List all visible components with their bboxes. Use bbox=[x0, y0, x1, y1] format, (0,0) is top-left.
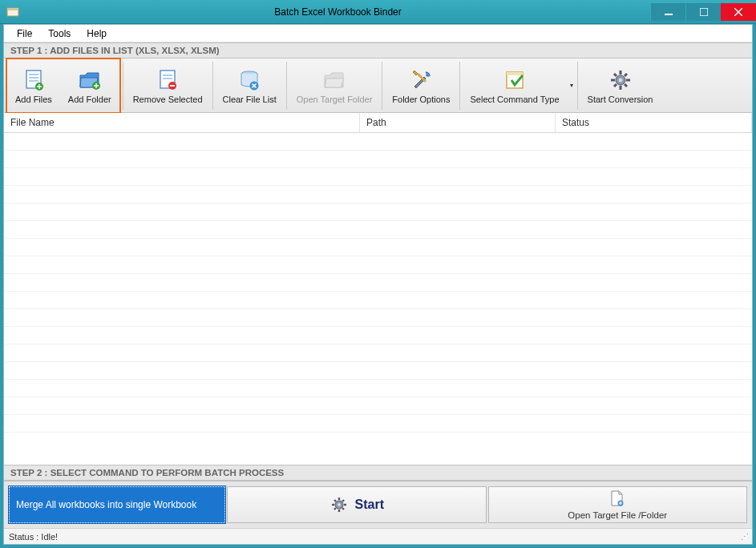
file-add-icon bbox=[21, 67, 46, 93]
title-bar: Batch Excel Workbook Binder bbox=[0, 0, 756, 24]
column-headers: File Name Path Status bbox=[4, 113, 752, 133]
start-conversion-button[interactable]: Start Conversion bbox=[580, 59, 661, 112]
gear-icon bbox=[608, 67, 633, 93]
menu-help[interactable]: Help bbox=[79, 26, 115, 41]
table-row bbox=[4, 221, 752, 239]
app-icon bbox=[6, 6, 19, 18]
table-row bbox=[4, 380, 752, 397]
selected-command[interactable]: Merge All workbooks into single Workbook bbox=[9, 486, 225, 523]
resize-grip[interactable]: ⋰ bbox=[741, 532, 747, 541]
svg-line-46 bbox=[342, 500, 344, 502]
add-folder-button[interactable]: Add Folder bbox=[60, 59, 119, 112]
start-label: Start bbox=[355, 498, 384, 512]
svg-rect-3 bbox=[700, 8, 708, 16]
select-command-button[interactable]: Select Command Type bbox=[462, 59, 567, 112]
start-button[interactable]: Start bbox=[227, 486, 487, 523]
toolbar-separator bbox=[577, 62, 578, 110]
column-filename[interactable]: File Name bbox=[4, 113, 360, 132]
open-target-label: Open Target File /Folder bbox=[568, 510, 667, 520]
svg-line-34 bbox=[614, 74, 617, 76]
svg-line-45 bbox=[342, 508, 344, 510]
toolbar: Add Files Add Folder Remove Selected Cle… bbox=[4, 58, 752, 113]
add-files-button[interactable]: Add Files bbox=[7, 59, 60, 112]
start-conversion-label: Start Conversion bbox=[588, 95, 653, 104]
svg-line-47 bbox=[334, 508, 336, 510]
clear-icon bbox=[237, 67, 262, 93]
toolbar-separator bbox=[286, 62, 287, 110]
tools-icon bbox=[408, 67, 434, 93]
selected-command-label: Merge All workbooks into single Workbook bbox=[16, 499, 196, 510]
menu-tools[interactable]: Tools bbox=[40, 26, 79, 41]
window-controls bbox=[650, 3, 756, 21]
select-command-label: Select Command Type bbox=[470, 95, 559, 104]
toolbar-separator bbox=[459, 62, 460, 110]
add-folder-label: Add Folder bbox=[68, 95, 111, 104]
step1-header: STEP 1 : ADD FILES IN LIST (XLS, XLSX, X… bbox=[4, 42, 752, 58]
column-path[interactable]: Path bbox=[360, 113, 556, 132]
checklist-icon bbox=[502, 67, 528, 93]
table-body[interactable] bbox=[4, 133, 752, 437]
clear-list-button[interactable]: Clear File List bbox=[215, 59, 285, 112]
status-bar: Status : Idle! ⋰ bbox=[4, 528, 752, 544]
svg-point-29 bbox=[618, 78, 622, 82]
svg-line-36 bbox=[625, 74, 627, 76]
open-target-folder-button[interactable]: Open Target Folder bbox=[289, 59, 381, 112]
add-files-label: Add Files bbox=[15, 95, 52, 104]
menu-file[interactable]: File bbox=[9, 26, 40, 41]
file-table: File Name Path Status bbox=[4, 113, 752, 465]
folder-options-label: Folder Options bbox=[392, 95, 450, 104]
svg-line-44 bbox=[334, 500, 336, 502]
toolbar-separator bbox=[382, 62, 382, 110]
svg-rect-2 bbox=[665, 14, 673, 15]
menu-bar: File Tools Help bbox=[4, 25, 752, 42]
step2-panel: Merge All workbooks into single Workbook… bbox=[4, 481, 752, 528]
minimize-button[interactable] bbox=[650, 3, 685, 21]
table-row bbox=[4, 256, 752, 274]
table-row bbox=[4, 203, 752, 221]
select-command-dropdown[interactable]: ▾ bbox=[568, 59, 576, 112]
folder-open-icon bbox=[321, 67, 347, 93]
table-row bbox=[4, 362, 752, 380]
toolbar-separator bbox=[212, 62, 213, 110]
add-group-highlight: Add Files Add Folder bbox=[6, 58, 121, 114]
table-row bbox=[4, 345, 752, 362]
step2-header: STEP 2 : SELECT COMMAND TO PERFORM BATCH… bbox=[4, 465, 752, 481]
table-row bbox=[4, 309, 752, 327]
svg-rect-27 bbox=[507, 72, 523, 75]
open-target-folder-label: Open Target Folder bbox=[297, 95, 373, 104]
table-row bbox=[4, 151, 752, 168]
table-row bbox=[4, 133, 752, 151]
svg-line-35 bbox=[625, 84, 627, 87]
remove-selected-button[interactable]: Remove Selected bbox=[125, 59, 211, 112]
maximize-button[interactable] bbox=[685, 3, 721, 21]
file-icon bbox=[608, 490, 627, 509]
table-row bbox=[4, 397, 752, 415]
remove-icon bbox=[155, 67, 180, 93]
svg-point-39 bbox=[338, 503, 341, 506]
status-text: Status : Idle! bbox=[9, 532, 58, 542]
table-row bbox=[4, 292, 752, 309]
toolbar-separator bbox=[123, 62, 123, 110]
folder-add-icon bbox=[77, 67, 103, 93]
table-row bbox=[4, 327, 752, 345]
remove-selected-label: Remove Selected bbox=[133, 95, 203, 104]
table-row bbox=[4, 168, 752, 186]
gear-icon bbox=[329, 495, 349, 514]
close-button[interactable] bbox=[721, 3, 756, 21]
clear-list-label: Clear File List bbox=[223, 95, 277, 104]
svg-line-37 bbox=[614, 84, 617, 87]
table-row bbox=[4, 274, 752, 292]
window-title: Batch Excel Workbook Binder bbox=[26, 6, 650, 18]
svg-rect-1 bbox=[7, 8, 18, 10]
table-row bbox=[4, 239, 752, 256]
column-status[interactable]: Status bbox=[556, 113, 752, 132]
folder-options-button[interactable]: Folder Options bbox=[384, 59, 458, 112]
table-row bbox=[4, 186, 752, 203]
open-target-button[interactable]: Open Target File /Folder bbox=[488, 486, 748, 523]
table-row bbox=[4, 415, 752, 433]
